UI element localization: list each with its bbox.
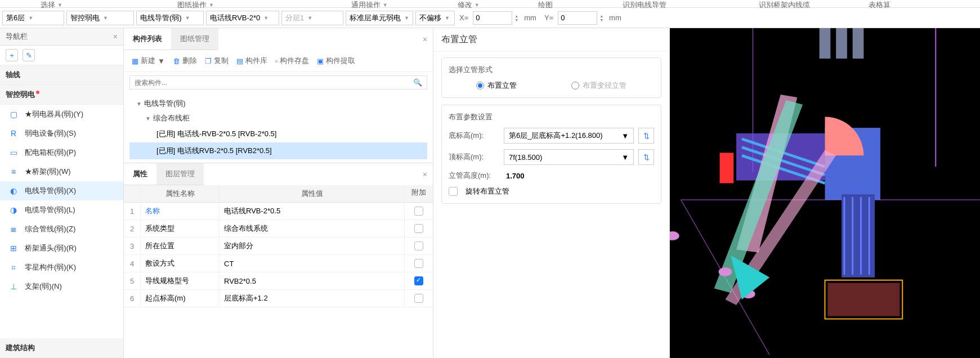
floor-combo[interactable]: 第6层▼ (2, 11, 64, 25)
tab-drawing-mgmt[interactable]: 图纸管理 (171, 28, 218, 50)
row-value[interactable]: 室内部分 (220, 238, 405, 254)
system-combo[interactable]: 智控弱电▼ (66, 11, 134, 25)
spinner-icon[interactable]: ▲▼ (599, 14, 603, 22)
nav-item-cable-conduit[interactable]: ◑电缆导管(弱)(L) (0, 200, 123, 220)
checkbox-icon[interactable] (414, 224, 423, 233)
nav-item-fitting[interactable]: ⊞桥架通头(弱)(R) (0, 239, 123, 258)
section-axis[interactable]: 轴线 (0, 65, 123, 85)
riser-height-value: 1.700 (504, 172, 525, 180)
row-value[interactable]: 综合布线系统 (220, 220, 405, 237)
top-elev-input[interactable]: 7f(18.500)▼ (504, 149, 634, 165)
cable-combo[interactable]: 电话线RVB-2*0▼ (206, 11, 279, 25)
bottom-elev-input[interactable]: 第6层_层底标高+1.2(16.800)▼ (504, 128, 634, 144)
svg-point-13 (670, 231, 679, 240)
unit-mm: mm (606, 14, 625, 22)
search-input[interactable] (135, 79, 413, 87)
extract-button[interactable]: ▣构件提取 (315, 55, 357, 67)
radio-place-riser[interactable]: 布置立管 (476, 80, 517, 91)
riser-param-label: 布置参数设置 (449, 112, 654, 122)
add-icon[interactable]: + (6, 49, 18, 61)
checkbox-icon[interactable] (414, 259, 423, 268)
caret-down-icon: ▼ (185, 15, 190, 21)
svg-rect-18 (827, 283, 900, 316)
caret-down-icon: ▼ (263, 15, 269, 21)
tab-properties[interactable]: 属性 (124, 163, 156, 185)
close-icon[interactable]: × (417, 32, 433, 47)
nav-item-equipment[interactable]: R弱电设备(弱)(S) (0, 124, 123, 143)
checkbox-icon[interactable] (414, 276, 423, 285)
checkbox-icon[interactable] (414, 207, 423, 216)
search-component[interactable]: 🔍 (129, 75, 427, 90)
nav-item-fixture[interactable]: ▢★弱电器具(弱)(Y) (0, 105, 123, 124)
row-value[interactable]: RVB2*0.5 (220, 274, 405, 289)
layer-combo[interactable]: 分层1▼ (281, 11, 343, 25)
nav-item-misc[interactable]: ⌗零星构件(弱)(K) (0, 258, 123, 277)
delete-button[interactable]: 🗑删除 (171, 55, 199, 67)
row-add[interactable] (405, 274, 433, 288)
row-add[interactable] (405, 239, 433, 253)
rotate-checkbox[interactable] (449, 187, 458, 196)
row-add[interactable] (405, 292, 433, 306)
edit-icon[interactable]: ✎ (23, 49, 35, 61)
library-icon: ▤ (236, 57, 243, 65)
caret-down-icon: ▼ (621, 132, 629, 140)
header-name: 属性名称 (141, 185, 220, 202)
property-row[interactable]: 2系统类型综合布线系统 (124, 220, 433, 238)
save-button[interactable]: ▫构件存盘 (273, 55, 312, 67)
nav-item-panel[interactable]: ▭配电箱柜(弱)(P) (0, 143, 123, 162)
unit-combo[interactable]: 标准层单元弱电▼ (346, 11, 413, 25)
row-value[interactable]: 电话线RVB-2*0.5 (220, 203, 405, 220)
tab-layer-mgmt[interactable]: 图层管理 (156, 163, 204, 185)
caret-down-icon: ▼ (307, 15, 312, 21)
copy-button[interactable]: ❐复制 (203, 55, 231, 67)
row-add[interactable] (405, 222, 433, 236)
tv-icon: ▢ (8, 110, 19, 119)
row-value[interactable]: CT (220, 256, 405, 271)
y-input[interactable] (558, 11, 597, 25)
svg-rect-26 (853, 28, 864, 59)
support-icon: ⊥ (8, 282, 19, 291)
tray-icon: ≡ (8, 167, 19, 176)
property-row[interactable]: 4敷设方式CT (124, 255, 433, 272)
search-icon[interactable]: 🔍 (413, 78, 422, 87)
close-icon[interactable]: × (113, 32, 118, 41)
caret-down-icon: ▼ (383, 2, 388, 8)
tree-root[interactable]: ▼电线导管(弱) (129, 96, 427, 111)
nav-item-support[interactable]: ⊥支架(弱)(N) (0, 277, 123, 296)
property-row[interactable]: 3所在位置室内部分 (124, 238, 433, 255)
tree-leaf-1[interactable]: [已用] 电话线-RVB-2*0.5 [RVB-2*0.5] (129, 126, 427, 142)
nav-item-wire-conduit[interactable]: ◐电线导管(弱)(X) (0, 181, 123, 200)
property-row[interactable]: 5导线规格型号RVB2*0.5 (124, 272, 433, 290)
row-add[interactable] (405, 204, 433, 218)
viewport-3d[interactable] (670, 28, 980, 358)
tree-group[interactable]: ▼综合布线柜 (129, 111, 427, 126)
radio-variable-riser[interactable]: 布置变径立管 (571, 80, 627, 91)
pick-top-button[interactable]: ⇅ (638, 149, 654, 165)
spinner-icon[interactable]: ▲▼ (514, 14, 518, 22)
new-button[interactable]: ▦新建▼ (129, 55, 167, 67)
library-button[interactable]: ▤构件库 (234, 55, 270, 67)
checkbox-icon[interactable] (414, 241, 423, 250)
copy-icon: ❐ (205, 57, 212, 65)
nav-item-combined[interactable]: ≣综合管线(弱)(Z) (0, 220, 123, 239)
tab-component-list[interactable]: 构件列表 (124, 28, 171, 50)
panel-icon: ▭ (8, 148, 19, 157)
section-struct[interactable]: 建筑结构 (0, 338, 123, 358)
row-value[interactable]: 层底标高+1.2 (220, 290, 405, 307)
unit-mm: mm (521, 14, 540, 22)
offset-combo[interactable]: 不偏移▼ (415, 11, 455, 25)
caret-down-icon: ▼ (209, 2, 214, 8)
tree-leaf-2[interactable]: [已用] 电话线RVB-2*0.5 [RVB2*0.5] (129, 142, 427, 159)
caret-down-icon: ▼ (445, 15, 450, 21)
checkbox-icon[interactable] (414, 294, 423, 303)
x-input[interactable] (473, 11, 512, 25)
section-weak[interactable]: 智控弱电 (0, 85, 123, 105)
close-icon[interactable]: × (417, 167, 433, 182)
nav-item-cabletray[interactable]: ≡★桥架(弱)(W) (0, 162, 123, 181)
conduit-combo[interactable]: 电线导管(弱)▼ (136, 11, 204, 25)
property-row[interactable]: 1名称电话线RVB-2*0.5 (124, 203, 433, 220)
property-row[interactable]: 6起点标高(m)层底标高+1.2 (124, 290, 433, 307)
header-value: 属性值 (220, 185, 405, 202)
pick-bottom-button[interactable]: ⇅ (638, 128, 654, 144)
row-add[interactable] (405, 257, 433, 271)
